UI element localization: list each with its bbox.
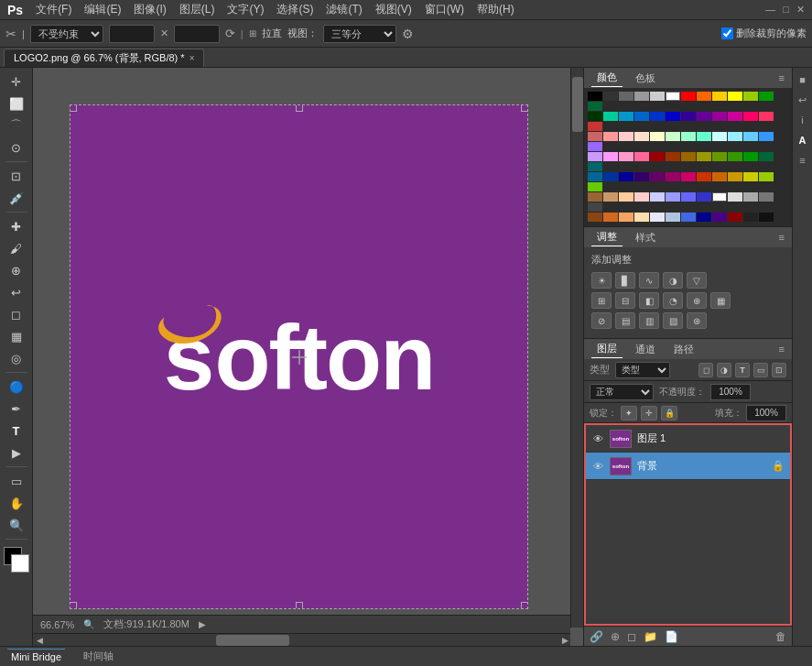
swatch[interactable]	[634, 172, 649, 181]
filter-shape-btn[interactable]: ▭	[753, 363, 768, 377]
swatch[interactable]	[697, 213, 711, 222]
swatch[interactable]	[728, 112, 742, 121]
path-select-tool[interactable]: ▶	[4, 442, 29, 463]
height-input[interactable]	[174, 25, 220, 43]
adjustments-tab[interactable]: 调整	[591, 228, 623, 246]
swatch[interactable]	[603, 172, 618, 181]
channelmix-adj-btn[interactable]: ⊕	[687, 292, 707, 309]
swatch[interactable]	[588, 152, 602, 161]
timeline-tab[interactable]: 时间轴	[80, 648, 117, 665]
zoom-tool[interactable]: 🔍	[4, 515, 29, 535]
constraint-select[interactable]: 不受约束	[30, 25, 103, 43]
clone-stamp-tool[interactable]: ⊕	[4, 260, 29, 280]
mini-bridge-tab[interactable]: Mini Bridge	[7, 649, 65, 664]
swatch[interactable]	[681, 152, 696, 161]
vertical-scrollbar[interactable]	[570, 68, 583, 628]
color-panel-options[interactable]: ≡	[779, 72, 785, 83]
horizontal-scrollbar-thumb[interactable]	[216, 635, 289, 646]
status-arrow[interactable]: ▶	[199, 619, 206, 629]
swatch[interactable]	[588, 192, 602, 202]
swatch[interactable]	[712, 112, 727, 121]
swap-icon[interactable]: ⟳	[225, 27, 235, 40]
swatch[interactable]	[681, 112, 696, 121]
swatch[interactable]	[634, 132, 649, 141]
swatch[interactable]	[619, 192, 633, 202]
delete-layer-icon[interactable]: 🗑	[775, 630, 786, 643]
crop-tool[interactable]: ⊡	[4, 166, 29, 186]
type-tool[interactable]: T	[4, 420, 29, 441]
menu-image[interactable]: 图像(I)	[134, 2, 166, 17]
swatch[interactable]	[588, 172, 602, 181]
swatch[interactable]	[697, 152, 711, 161]
minimize-button[interactable]: —	[765, 4, 775, 16]
gradient-tool[interactable]: ▦	[4, 326, 29, 346]
swatch[interactable]	[728, 192, 742, 202]
adj-panel-options[interactable]: ≡	[779, 232, 785, 243]
settings-icon[interactable]: ⚙	[402, 27, 414, 41]
shape-tool[interactable]: ▭	[4, 471, 29, 491]
layers-panel-options[interactable]: ≡	[779, 344, 785, 355]
swatch[interactable]	[666, 132, 680, 141]
close-button[interactable]: ✕	[796, 4, 805, 16]
add-mask-icon[interactable]: ◻	[627, 630, 636, 643]
lock-move-btn[interactable]: ✛	[641, 406, 657, 420]
menu-window[interactable]: 窗口(W)	[425, 2, 464, 17]
restore-button[interactable]: □	[783, 4, 789, 16]
swatch[interactable]	[603, 92, 618, 101]
menu-filter[interactable]: 滤镜(T)	[326, 2, 362, 17]
filter-smart-btn[interactable]: ⊡	[772, 363, 786, 377]
swatch[interactable]	[759, 192, 774, 202]
curves-adj-btn[interactable]: ∿	[639, 272, 659, 289]
swatch[interactable]	[634, 192, 649, 202]
swatch[interactable]	[650, 92, 665, 101]
swatch[interactable]	[728, 132, 742, 141]
swatch[interactable]	[619, 92, 633, 101]
vibrance-adj-btn[interactable]: ▽	[687, 272, 707, 289]
swatch[interactable]	[666, 112, 680, 121]
history-brush-tool[interactable]: ↩	[4, 282, 29, 302]
strip-options-icon[interactable]: ≡	[795, 152, 811, 169]
swatch[interactable]	[650, 152, 665, 161]
lock-pixels-btn[interactable]: ✦	[621, 406, 637, 420]
swatch-white[interactable]	[666, 92, 680, 101]
opacity-input[interactable]	[710, 384, 751, 400]
swatch[interactable]	[603, 152, 618, 161]
swatch[interactable]	[759, 92, 774, 101]
eraser-tool[interactable]: ◻	[4, 304, 29, 324]
strip-history-icon[interactable]: ↩	[795, 92, 811, 108]
color-tab[interactable]: 颜色	[591, 69, 623, 87]
swatch[interactable]	[619, 213, 633, 222]
swatch[interactable]	[759, 213, 774, 222]
swatch[interactable]	[681, 192, 696, 202]
swatch[interactable]	[728, 213, 742, 222]
strip-info-icon[interactable]: i	[795, 112, 811, 128]
swatch[interactable]	[650, 192, 665, 202]
colorbalance-adj-btn[interactable]: ⊟	[615, 292, 635, 309]
swatch[interactable]	[650, 172, 665, 181]
swatch[interactable]	[728, 152, 742, 161]
swatch[interactable]	[603, 192, 618, 202]
background-color[interactable]	[11, 554, 29, 573]
canvas-area[interactable]: s ofton ◀ ▶ 66.67% 🔍 文档:919.1K/1.80M	[33, 68, 583, 646]
lasso-tool[interactable]: ⌒	[4, 115, 29, 136]
blend-mode-select[interactable]: 正常	[590, 384, 654, 400]
photofilter-adj-btn[interactable]: ◔	[663, 292, 683, 309]
paths-tab[interactable]: 路径	[668, 341, 699, 358]
swatch[interactable]	[743, 192, 758, 202]
filter-pixel-btn[interactable]: ◻	[698, 363, 713, 377]
swatch[interactable]	[681, 132, 696, 141]
swatch[interactable]	[697, 172, 711, 181]
lock-all-btn[interactable]: 🔒	[661, 406, 677, 420]
selectivecolor-adj-btn[interactable]: ⊛	[687, 312, 707, 329]
layer-item-1[interactable]: 👁 softon 图层 1	[586, 425, 790, 453]
layer-1-visibility-toggle[interactable]: 👁	[591, 432, 604, 445]
layer-type-select[interactable]: 类型	[615, 362, 670, 378]
color-picker[interactable]	[4, 547, 29, 573]
swatch[interactable]	[697, 92, 711, 101]
hsl-adj-btn[interactable]: ⊞	[591, 292, 612, 309]
swatch[interactable]	[650, 112, 665, 121]
swatch[interactable]	[588, 182, 602, 191]
channels-tab[interactable]: 通道	[630, 341, 661, 358]
link-layers-icon[interactable]: 🔗	[590, 630, 603, 643]
hand-tool[interactable]: ✋	[4, 493, 29, 513]
